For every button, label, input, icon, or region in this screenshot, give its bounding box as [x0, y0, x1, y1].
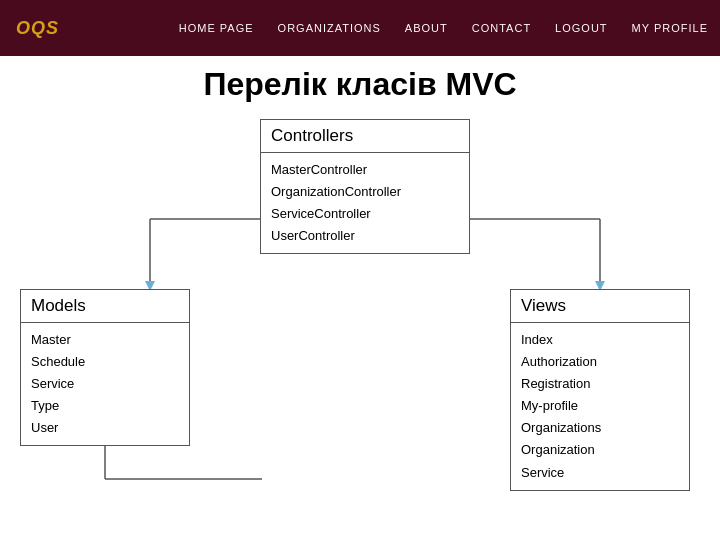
- model-item: Service: [31, 373, 179, 395]
- main-nav: HOME PAGEORGANIZATIONSABOUTCONTACTLOGOUT…: [167, 0, 720, 56]
- controllers-title: Controllers: [261, 120, 469, 153]
- controllers-box: Controllers MasterControllerOrganization…: [260, 119, 470, 254]
- nav-item-my-profile[interactable]: MY PROFILE: [620, 22, 720, 34]
- main-content: Перелік класів MVC: [0, 56, 720, 540]
- model-item: Master: [31, 329, 179, 351]
- view-item: Organization: [521, 439, 679, 461]
- controllers-body: MasterControllerOrganizationControllerSe…: [261, 153, 469, 253]
- nav-item-home-page[interactable]: HOME PAGE: [167, 22, 266, 34]
- view-item: Registration: [521, 373, 679, 395]
- model-item: Type: [31, 395, 179, 417]
- views-box: Views IndexAuthorizationRegistrationMy-p…: [510, 289, 690, 491]
- view-item: My-profile: [521, 395, 679, 417]
- nav-item-contact[interactable]: CONTACT: [460, 22, 543, 34]
- header: OQS HOME PAGEORGANIZATIONSABOUTCONTACTLO…: [0, 0, 720, 56]
- models-box: Models MasterScheduleServiceTypeUser: [20, 289, 190, 446]
- controller-item: OrganizationController: [271, 181, 459, 203]
- view-item: Service: [521, 462, 679, 484]
- controller-item: ServiceController: [271, 203, 459, 225]
- logo: OQS: [16, 18, 59, 39]
- nav-item-about[interactable]: ABOUT: [393, 22, 460, 34]
- controller-item: MasterController: [271, 159, 459, 181]
- nav-item-organizations[interactable]: ORGANIZATIONS: [266, 22, 393, 34]
- models-body: MasterScheduleServiceTypeUser: [21, 323, 189, 445]
- view-item: Organizations: [521, 417, 679, 439]
- views-body: IndexAuthorizationRegistrationMy-profile…: [511, 323, 689, 490]
- view-item: Authorization: [521, 351, 679, 373]
- mvc-diagram: Controllers MasterControllerOrganization…: [20, 119, 700, 539]
- nav-item-logout[interactable]: LOGOUT: [543, 22, 619, 34]
- model-item: User: [31, 417, 179, 439]
- model-item: Schedule: [31, 351, 179, 373]
- models-title: Models: [21, 290, 189, 323]
- page-title: Перелік класів MVC: [20, 66, 700, 103]
- view-item: Index: [521, 329, 679, 351]
- controller-item: UserController: [271, 225, 459, 247]
- views-title: Views: [511, 290, 689, 323]
